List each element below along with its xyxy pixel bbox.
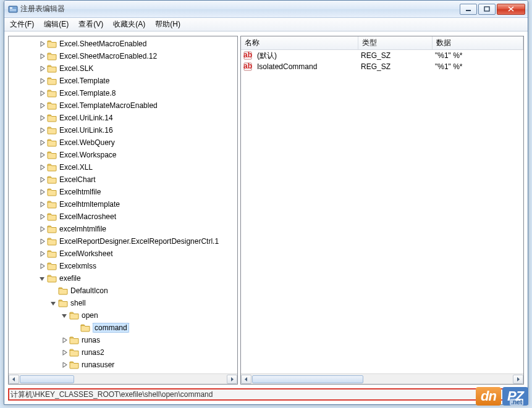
tree-node[interactable]: shell (9, 297, 237, 309)
svg-rect-1 (10, 7, 12, 9)
col-type[interactable]: 类型 (358, 36, 433, 49)
list-row[interactable]: ab(默认)REG_SZ"%1" %* (241, 50, 523, 61)
tree-node[interactable]: Excel.UriLink.14 (9, 112, 237, 124)
expand-toggle-icon[interactable] (61, 361, 68, 368)
titlebar[interactable]: 注册表编辑器 (4, 1, 528, 18)
tree-node-label: Excelxmlss (59, 262, 96, 270)
scroll-track[interactable] (251, 375, 513, 384)
svg-marker-32 (63, 362, 67, 367)
col-data[interactable]: 数据 (433, 36, 523, 49)
tree-node-label: Excel.Template.8 (59, 89, 116, 98)
svg-marker-11 (41, 78, 44, 83)
expand-toggle-icon[interactable] (38, 176, 46, 183)
menu-help[interactable]: 帮助(H) (151, 18, 185, 31)
tree-node[interactable]: ExcelReportDesigner.ExcelReportDesignerC… (9, 235, 237, 248)
expand-toggle-icon[interactable] (38, 40, 46, 48)
value-list[interactable]: ab(默认)REG_SZ"%1" %*abIsolatedCommandREG_… (241, 50, 523, 373)
tree-node[interactable]: Excel.Template.8 (9, 87, 237, 99)
expand-toggle-icon[interactable] (38, 77, 46, 85)
scroll-thumb[interactable] (252, 375, 363, 383)
tree-node[interactable]: Excelhtmltemplate (9, 198, 237, 210)
svg-marker-29 (62, 314, 67, 318)
tree-node-label: ExcelChart (59, 175, 96, 184)
scroll-right-button[interactable] (227, 375, 237, 384)
tree-node[interactable]: open (9, 309, 237, 322)
expand-toggle-icon[interactable] (61, 336, 68, 344)
expand-toggle-icon[interactable] (38, 164, 46, 171)
expand-toggle-icon[interactable] (38, 188, 46, 196)
expand-toggle-icon[interactable] (38, 151, 46, 159)
key-tree[interactable]: Excel.SheetMacroEnabledExcel.SheetMacroE… (9, 36, 237, 373)
col-name[interactable]: 名称 (241, 36, 358, 49)
expand-toggle-icon[interactable] (61, 312, 68, 319)
tree-node[interactable]: Excelhtmlfile (9, 186, 237, 198)
folder-icon (69, 336, 79, 344)
svg-marker-8 (41, 41, 44, 46)
expand-toggle-icon[interactable] (38, 201, 46, 208)
minimize-button[interactable] (460, 4, 477, 15)
expand-toggle-icon[interactable] (38, 213, 46, 220)
svg-marker-22 (41, 214, 44, 219)
scroll-left-button[interactable] (9, 375, 19, 384)
list-hscroll[interactable] (241, 373, 523, 384)
tree-node[interactable]: exefile (9, 272, 237, 285)
cell-type: REG_SZ (357, 51, 431, 60)
expand-toggle-icon[interactable] (38, 102, 46, 109)
expand-toggle-icon[interactable] (49, 287, 57, 294)
svg-marker-20 (41, 189, 44, 194)
tree-node[interactable]: Excel.SLK (9, 62, 237, 75)
folder-icon (47, 175, 57, 184)
svg-rect-3 (10, 10, 16, 11)
tree-node[interactable]: Excel.XLL (9, 161, 237, 173)
expand-toggle-icon[interactable] (38, 90, 46, 97)
svg-marker-18 (41, 165, 44, 170)
value-pane: 名称 类型 数据 ab(默认)REG_SZ"%1" %*abIsolatedCo… (240, 36, 524, 385)
expand-toggle-icon[interactable] (38, 238, 46, 245)
scroll-track[interactable] (19, 375, 227, 384)
tree-node[interactable]: Excel.WebQuery (9, 136, 237, 149)
tree-node[interactable]: Excel.SheetMacroEnabled (9, 38, 237, 50)
tree-node[interactable]: runasuser (9, 359, 237, 371)
tree-node[interactable]: ExcelWorksheet (9, 248, 237, 260)
scroll-right-button[interactable] (513, 375, 523, 384)
tree-node[interactable]: Excel.Template (9, 75, 237, 87)
svg-text:ab: ab (243, 62, 252, 70)
expand-toggle-icon[interactable] (38, 262, 46, 270)
tree-node-label: command (93, 323, 129, 333)
tree-node[interactable]: Excel.SheetMacroEnabled.12 (9, 50, 237, 62)
expand-toggle-icon[interactable] (38, 275, 46, 282)
menu-file[interactable]: 文件(F) (6, 18, 38, 31)
menu-favorites[interactable]: 收藏夹(A) (109, 18, 150, 31)
close-button[interactable] (497, 4, 525, 15)
expand-toggle-icon[interactable] (72, 324, 79, 331)
tree-node[interactable]: command (9, 322, 237, 334)
expand-toggle-icon[interactable] (38, 139, 46, 146)
maximize-button[interactable] (478, 4, 496, 15)
expand-toggle-icon[interactable] (38, 114, 46, 122)
svg-marker-28 (51, 302, 56, 306)
tree-hscroll[interactable] (9, 373, 237, 384)
tree-node[interactable]: ExcelChart (9, 173, 237, 186)
list-row[interactable]: abIsolatedCommandREG_SZ"%1" %* (241, 61, 523, 72)
menu-view[interactable]: 查看(V) (74, 18, 108, 31)
tree-node[interactable]: ExcelMacrosheet (9, 210, 237, 223)
expand-toggle-icon[interactable] (38, 65, 46, 72)
scroll-thumb[interactable] (20, 375, 74, 383)
tree-node[interactable]: runas (9, 334, 237, 346)
expand-toggle-icon[interactable] (61, 349, 68, 356)
scroll-left-button[interactable] (241, 375, 251, 384)
tree-node[interactable]: excelmhtmlfile (9, 223, 237, 235)
expand-toggle-icon[interactable] (38, 127, 46, 134)
expand-toggle-icon[interactable] (38, 250, 46, 257)
expand-toggle-icon[interactable] (49, 299, 57, 307)
expand-toggle-icon[interactable] (38, 52, 46, 60)
tree-node[interactable]: Excelxmlss (9, 260, 237, 272)
tree-node[interactable]: DefaultIcon (9, 285, 237, 297)
tree-node[interactable]: Excel.UriLink.16 (9, 124, 237, 136)
expand-toggle-icon[interactable] (38, 225, 46, 233)
menu-edit[interactable]: 编辑(E) (40, 18, 73, 31)
tree-node[interactable]: Excel.TemplateMacroEnabled (9, 99, 237, 112)
tree-node[interactable]: Excel.Workspace (9, 149, 237, 161)
tree-node[interactable]: runas2 (9, 346, 237, 359)
svg-marker-23 (41, 227, 44, 231)
